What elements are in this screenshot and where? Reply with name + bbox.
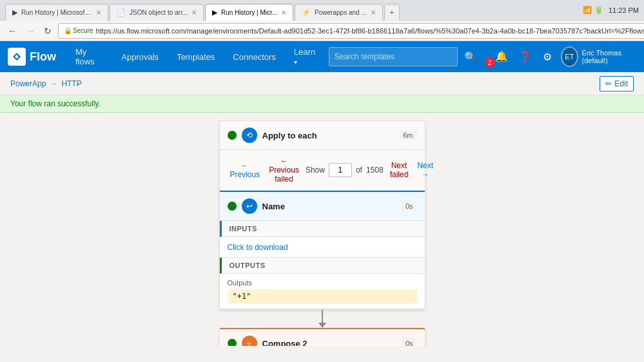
back-button[interactable]: ← bbox=[5, 24, 19, 37]
notification-badge: 2 bbox=[485, 57, 495, 68]
address-bar[interactable]: https://us.flow.microsoft.com/manage/env… bbox=[96, 27, 644, 35]
apply-success-dot bbox=[228, 131, 237, 140]
my-flows-nav[interactable]: My flows bbox=[69, 44, 110, 69]
name-outputs-value: "+1" bbox=[228, 289, 417, 303]
forward-button[interactable]: → bbox=[23, 24, 37, 37]
user-avatar: ET bbox=[561, 46, 578, 67]
name-success-dot bbox=[228, 202, 237, 211]
browser-tab-4[interactable]: ⚡ Powerapps and ... ✕ bbox=[295, 4, 383, 21]
header-search: 🔍 bbox=[329, 46, 481, 67]
approvals-nav[interactable]: Approvals bbox=[115, 50, 165, 64]
user-display-name: Eric Thomas (default) bbox=[582, 49, 636, 64]
tab1-favicon: ▶ bbox=[12, 8, 17, 17]
app-logo[interactable]: Flow bbox=[8, 48, 56, 66]
templates-nav[interactable]: Templates bbox=[170, 50, 221, 64]
new-tab-button[interactable]: + bbox=[384, 4, 400, 21]
breadcrumb-separator: → bbox=[50, 79, 57, 88]
apply-card-title: Apply to each bbox=[262, 131, 395, 140]
iteration-controls: ← Previous ← Previous failed Show of 150… bbox=[220, 150, 425, 191]
tab3-favicon: ▶ bbox=[212, 8, 217, 17]
refresh-button[interactable]: ↻ bbox=[41, 24, 54, 37]
learn-chevron-icon: ▾ bbox=[294, 59, 297, 66]
tab2-label: JSON object to arr... bbox=[130, 9, 188, 16]
apply-to-each-card: ⟲ Apply to each 6m ← Previous ← Previous… bbox=[219, 120, 425, 310]
breadcrumb-http[interactable]: HTTP bbox=[61, 79, 81, 88]
breadcrumb-bar: PowerApp → HTTP ✏ Edit bbox=[0, 72, 644, 95]
time-display: 11:23 PM bbox=[609, 6, 639, 14]
compose2-header: ⟐ Compose 2 0s bbox=[220, 329, 425, 346]
success-banner: Your flow ran successfully. bbox=[0, 95, 644, 113]
name-card-header: ↩ Name 0s bbox=[220, 192, 425, 221]
browser-tab-2[interactable]: 📄 JSON object to arr... ✕ bbox=[110, 4, 204, 21]
main-content: ⟲ Apply to each 6m ← Previous ← Previous… bbox=[0, 113, 644, 346]
iteration-input[interactable] bbox=[329, 163, 352, 177]
tab4-close[interactable]: ✕ bbox=[371, 9, 376, 16]
name-card-title: Name bbox=[262, 202, 396, 211]
breadcrumb-powerapp[interactable]: PowerApp bbox=[10, 79, 46, 88]
previous-failed-button[interactable]: ← Previous failed bbox=[266, 155, 302, 185]
search-button[interactable]: 🔍 bbox=[460, 46, 481, 67]
search-input[interactable] bbox=[329, 47, 458, 66]
compose2-card-time: 0s bbox=[402, 338, 417, 346]
browser-nav-bar: ← → ↻ 🔒 Secure https://us.flow.microsoft… bbox=[0, 21, 644, 41]
name-card-icon: ↩ bbox=[242, 198, 257, 214]
name-outputs-label: Outputs bbox=[228, 279, 417, 287]
name-inputs-body: Click to download bbox=[220, 237, 425, 258]
next-button[interactable]: Next → bbox=[415, 160, 436, 180]
tab2-favicon: 📄 bbox=[117, 8, 126, 17]
header-icon-group: 🔔 2 ❓ ⚙ ET Eric Thomas (default) bbox=[491, 46, 636, 68]
flow-logo-icon bbox=[8, 48, 26, 66]
iteration-total: 1508 bbox=[366, 166, 384, 175]
show-label: Show bbox=[306, 166, 325, 175]
app-logo-text: Flow bbox=[30, 50, 56, 64]
lock-icon: 🔒 bbox=[64, 27, 72, 34]
browser-tab-3[interactable]: ▶ Run History | Micr... ✕ bbox=[205, 4, 293, 21]
battery-icon: 🔋 bbox=[594, 6, 603, 14]
apply-to-each-header: ⟲ Apply to each 6m bbox=[220, 121, 425, 150]
browser-tabs: ▶ Run History | Microsoft Flow ✕ 📄 JSON … bbox=[5, 0, 400, 21]
edit-pencil-icon: ✏ bbox=[605, 79, 612, 88]
wifi-icon: 📶 bbox=[583, 6, 592, 14]
name-inputs-download[interactable]: Click to download bbox=[228, 243, 288, 252]
secure-badge: 🔒 Secure bbox=[64, 27, 93, 34]
name-outputs-body: Outputs "+1" bbox=[220, 274, 425, 309]
tab4-label: Powerapps and ... bbox=[315, 9, 367, 16]
edit-label: Edit bbox=[614, 79, 628, 88]
iteration-separator: of bbox=[356, 166, 362, 175]
compose2-success-dot bbox=[228, 339, 237, 346]
previous-button[interactable]: ← Previous bbox=[228, 160, 263, 180]
edit-button[interactable]: ✏ Edit bbox=[600, 76, 634, 91]
browser-tab-1[interactable]: ▶ Run History | Microsoft Flow ✕ bbox=[5, 4, 108, 21]
new-tab-icon: + bbox=[390, 8, 394, 16]
tab4-favicon: ⚡ bbox=[302, 8, 311, 17]
browser-tab-bar: ▶ Run History | Microsoft Flow ✕ 📄 JSON … bbox=[0, 0, 644, 21]
connectors-nav[interactable]: Connectors bbox=[226, 50, 282, 64]
apply-card-icon: ⟲ bbox=[242, 128, 257, 143]
compose2-card: ⟐ Compose 2 0s INPUTS Click to download … bbox=[219, 328, 425, 346]
name-inputs-header: INPUTS bbox=[220, 221, 425, 237]
connector-between bbox=[318, 310, 326, 328]
tab3-label: Run History | Micr... bbox=[221, 9, 277, 16]
tab2-close[interactable]: ✕ bbox=[191, 9, 197, 16]
tab3-close[interactable]: ✕ bbox=[281, 9, 286, 16]
next-failed-button[interactable]: Next failed bbox=[387, 160, 411, 180]
browser-chrome: ▶ Run History | Microsoft Flow ✕ 📄 JSON … bbox=[0, 0, 644, 41]
success-message: Your flow ran successfully. bbox=[10, 99, 101, 108]
learn-nav[interactable]: Learn ▾ bbox=[288, 44, 324, 69]
user-profile-button[interactable]: ET Eric Thomas (default) bbox=[561, 46, 636, 67]
name-outputs-header: OUTPUTS bbox=[220, 258, 425, 274]
tab1-close[interactable]: ✕ bbox=[96, 9, 101, 16]
name-card-time: 0s bbox=[402, 201, 417, 211]
settings-header-button[interactable]: ⚙ bbox=[539, 46, 556, 67]
compose2-card-icon: ⟐ bbox=[242, 336, 257, 346]
compose2-card-title: Compose 2 bbox=[262, 339, 396, 347]
app-header: Flow My flows Approvals Templates Connec… bbox=[0, 41, 644, 72]
name-sub-card: ↩ Name 0s INPUTS Click to download OUTPU… bbox=[220, 191, 425, 309]
apply-card-time: 6m bbox=[399, 130, 416, 140]
tab1-label: Run History | Microsoft Flow bbox=[21, 9, 92, 16]
secure-label: Secure bbox=[73, 27, 93, 34]
help-button[interactable]: ❓ bbox=[517, 46, 534, 67]
